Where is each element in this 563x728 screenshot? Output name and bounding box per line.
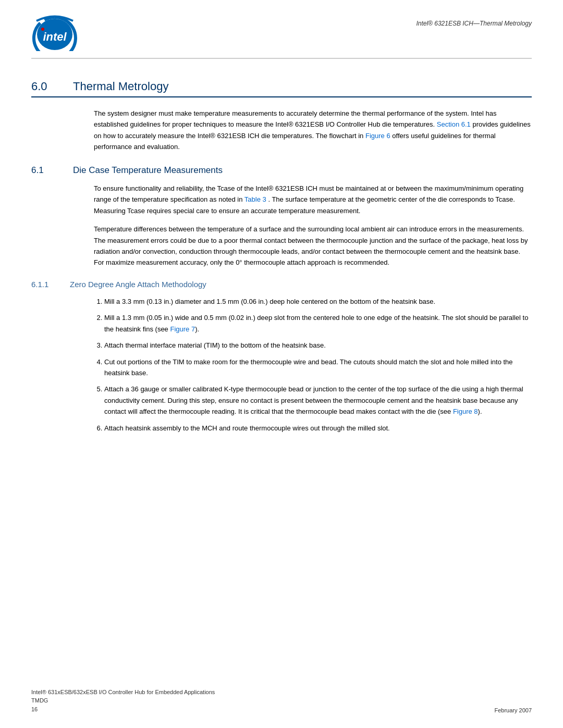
footer-date: February 2007 [494,707,532,713]
section-6-1-heading: 6.1 Die Case Temperature Measurements [31,165,532,176]
section-6-heading: 6.0 Thermal Metrology [31,80,532,97]
figure-7-link[interactable]: Figure 7 [170,325,195,333]
list-item: Attach a 36 gauge or smaller calibrated … [104,384,532,417]
list-item: Attach heatsink assembly to the MCH and … [104,423,532,434]
section-6-1-1-heading: 6.1.1 Zero Degree Angle Attach Methodolo… [31,280,532,289]
svg-point-2 [41,28,44,31]
list-item: Attach thermal interface material (TIM) … [104,340,532,351]
figure-6-link[interactable]: Figure 6 [365,132,390,140]
footer-doc-code: TMDG [31,696,215,705]
list-item-3-text: Attach thermal interface material (TIM) … [104,341,326,349]
svg-text:intel: intel [43,30,67,43]
section-6-1-title: Die Case Temperature Measurements [73,165,223,176]
intro-text-1: The system designer must make temperatur… [94,109,496,128]
list-item-1-text: Mill a 3.3 mm (0.13 in.) diameter and 1.… [104,298,435,305]
section-6-number: 6.0 [31,80,63,93]
footer-left: Intel® 631xESB/632xESB I/O Controller Hu… [31,688,215,714]
list-item-6-text: Attach heatsink assembly to the MCH and … [104,424,390,432]
list-item: Mill a 3.3 mm (0.13 in.) diameter and 1.… [104,296,532,307]
section-6-intro: The system designer must make temperatur… [94,108,532,153]
list-item-4-text: Cut out portions of the TIM to make room… [104,358,513,377]
section-6-1-1-number: 6.1.1 [31,280,63,289]
table-3-link[interactable]: Table 3 [244,195,266,203]
header-title: Intel® 6321ESB ICH—Thermal Metrology [416,20,532,27]
page: intel Intel® 6321ESB ICH—Thermal Metrolo… [0,0,563,728]
section-6-title: Thermal Metrology [73,80,168,93]
section-6-1-link[interactable]: Section 6.1 [437,120,471,128]
section-6-1-para-1: To ensure functionality and reliability,… [94,183,532,216]
intel-logo-container: intel [31,15,78,53]
footer-page-number: 16 [31,705,215,714]
main-content: 6.0 Thermal Metrology The system designe… [0,59,563,462]
page-header: intel Intel® 6321ESB ICH—Thermal Metrolo… [0,0,563,53]
section-6-1-number: 6.1 [31,165,63,176]
list-item: Mill a 1.3 mm (0.05 in.) wide and 0.5 mm… [104,312,532,335]
intel-logo-svg: intel [31,15,78,51]
section-6-1-para-2: Temperature differences between the temp… [94,224,532,268]
methodology-list: Mill a 3.3 mm (0.13 in.) diameter and 1.… [104,296,532,434]
list-item: Cut out portions of the TIM to make room… [104,356,532,379]
figure-8-link[interactable]: Figure 8 [453,408,478,415]
footer-doc-title: Intel® 631xESB/632xESB I/O Controller Hu… [31,688,215,697]
section-6-1-1-title: Zero Degree Angle Attach Methodology [70,280,206,289]
page-footer: Intel® 631xESB/632xESB I/O Controller Hu… [31,688,532,714]
